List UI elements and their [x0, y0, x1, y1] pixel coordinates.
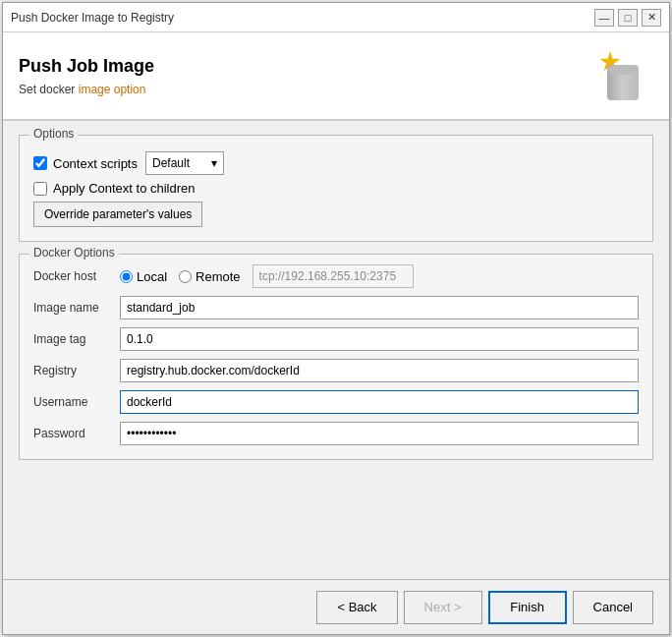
- registry-label: Registry: [33, 364, 112, 377]
- username-label: Username: [33, 395, 112, 409]
- dropdown-arrow: ▾: [211, 156, 217, 170]
- remote-input[interactable]: [252, 264, 414, 288]
- registry-row: Registry: [33, 359, 639, 382]
- minimize-button[interactable]: —: [594, 9, 614, 27]
- header-icon: [594, 46, 653, 105]
- docker-options-form: Docker host Local Remote: [33, 264, 639, 445]
- local-radio[interactable]: [120, 270, 133, 283]
- dialog: Push Docker Image to Registry — □ ✕ Push…: [2, 2, 670, 635]
- context-scripts-checkbox-container: Context scripts: [33, 156, 138, 171]
- context-scripts-label: Context scripts: [53, 156, 138, 171]
- docker-options-label: Docker Options: [29, 246, 119, 260]
- header-section: Push Job Image Set docker image option: [3, 32, 669, 121]
- username-input[interactable]: [120, 390, 639, 414]
- local-label: Local: [137, 269, 167, 284]
- default-dropdown[interactable]: Default ▾: [145, 151, 224, 175]
- cylinder-top: [607, 65, 639, 75]
- main-content: Options Context scripts Default ▾ App: [3, 121, 669, 579]
- title-bar-buttons: — □ ✕: [594, 9, 661, 27]
- password-input[interactable]: [120, 422, 639, 445]
- dialog-title: Push Docker Image to Registry: [11, 11, 174, 25]
- image-name-input[interactable]: [120, 296, 639, 319]
- docker-host-row: Docker host Local Remote: [33, 264, 639, 288]
- finish-button[interactable]: Finish: [488, 591, 567, 624]
- dropdown-label: Default: [152, 156, 190, 170]
- docker-host-label: Docker host: [33, 269, 112, 283]
- registry-input[interactable]: [120, 359, 639, 382]
- docker-host-radio-group: Local Remote: [120, 264, 414, 288]
- username-row: Username: [33, 390, 639, 414]
- database-icon: [599, 51, 648, 100]
- page-title: Push Job Image: [19, 56, 154, 77]
- options-section-label: Options: [29, 127, 78, 141]
- context-scripts-row: Context scripts Default ▾: [33, 151, 639, 175]
- maximize-button[interactable]: □: [618, 9, 638, 27]
- header-subtitle: Set docker image option: [19, 83, 154, 96]
- apply-context-label: Apply Context to children: [53, 181, 196, 196]
- override-btn-row: Override parameter's values: [33, 202, 639, 227]
- header-text: Push Job Image Set docker image option: [19, 56, 154, 96]
- password-label: Password: [33, 427, 112, 440]
- password-row: Password: [33, 422, 639, 445]
- back-button[interactable]: < Back: [316, 591, 397, 624]
- apply-context-checkbox-container: Apply Context to children: [33, 181, 196, 196]
- close-button[interactable]: ✕: [642, 9, 661, 27]
- image-tag-row: Image tag: [33, 327, 639, 351]
- docker-options-section: Docker Options Docker host Local Remote: [19, 254, 653, 460]
- apply-context-checkbox[interactable]: [33, 182, 47, 196]
- remote-label: Remote: [196, 269, 241, 284]
- context-scripts-checkbox[interactable]: [33, 156, 47, 170]
- override-button[interactable]: Override parameter's values: [33, 202, 202, 227]
- options-grid: Context scripts Default ▾ Apply Context …: [33, 151, 639, 227]
- image-option-link[interactable]: image option: [79, 83, 146, 96]
- image-name-row: Image name: [33, 296, 639, 319]
- options-section: Options Context scripts Default ▾ App: [19, 135, 653, 242]
- next-button[interactable]: Next >: [404, 591, 482, 624]
- image-name-label: Image name: [33, 301, 112, 315]
- footer: < Back Next > Finish Cancel: [3, 579, 669, 634]
- image-tag-input[interactable]: [120, 327, 639, 351]
- local-radio-label[interactable]: Local: [120, 269, 167, 284]
- cancel-button[interactable]: Cancel: [573, 591, 653, 624]
- title-bar: Push Docker Image to Registry — □ ✕: [3, 3, 669, 32]
- apply-context-row: Apply Context to children: [33, 181, 639, 196]
- image-tag-label: Image tag: [33, 332, 112, 346]
- remote-radio[interactable]: [179, 270, 192, 283]
- remote-radio-label[interactable]: Remote: [179, 269, 241, 284]
